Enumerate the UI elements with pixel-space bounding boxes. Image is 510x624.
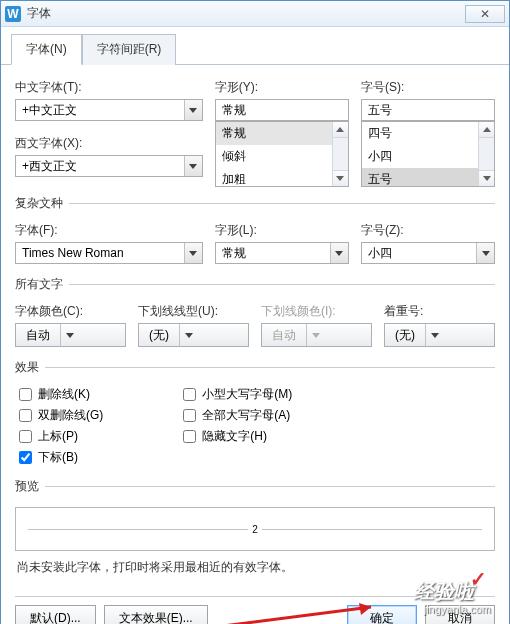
style-listbox[interactable]: 常规 倾斜 加粗 — [215, 121, 349, 187]
preview-legend: 预览 — [15, 478, 45, 495]
close-icon: ✕ — [480, 7, 490, 21]
hidden-checkbox[interactable]: 隐藏文字(H) — [183, 428, 292, 445]
list-item[interactable]: 加粗 — [216, 168, 332, 187]
scroll-up-icon[interactable] — [333, 122, 348, 138]
list-item[interactable]: 四号 — [362, 122, 478, 145]
scrollbar[interactable] — [478, 122, 494, 186]
dropdown-arrow-icon — [425, 324, 443, 346]
underline-label: 下划线线型(U): — [138, 303, 249, 320]
complex-size-combo[interactable]: 小四 — [361, 242, 495, 264]
scroll-down-icon[interactable] — [479, 170, 494, 186]
dropdown-arrow-icon — [476, 243, 494, 263]
dropdown-arrow-icon — [306, 324, 324, 346]
scrollbar[interactable] — [332, 122, 348, 186]
effects-group: 效果 删除线(K) 双删除线(G) 上标(P) 下标(B) 小型大写字母(M) … — [15, 359, 495, 470]
style-label: 字形(Y): — [215, 79, 349, 96]
preview-group: 预览 2 — [15, 478, 495, 551]
svg-marker-5 — [483, 176, 491, 181]
complex-style-combo[interactable]: 常规 — [215, 242, 349, 264]
style-input[interactable]: 常规 — [215, 99, 349, 121]
list-item[interactable]: 常规 — [216, 122, 332, 145]
list-item[interactable]: 五号 — [362, 168, 478, 187]
tab-font[interactable]: 字体(N) — [11, 34, 82, 65]
complex-legend: 复杂文种 — [15, 195, 69, 212]
dropdown-arrow-icon — [184, 243, 202, 263]
superscript-checkbox[interactable]: 上标(P) — [19, 428, 103, 445]
font-color-combo[interactable]: 自动 — [15, 323, 126, 347]
dropdown-arrow-icon — [179, 324, 197, 346]
en-font-label: 西文字体(X): — [15, 135, 203, 152]
svg-marker-7 — [335, 251, 343, 256]
size-label: 字号(S): — [361, 79, 495, 96]
scroll-down-icon[interactable] — [333, 170, 348, 186]
cancel-button[interactable]: 取消 — [425, 605, 495, 624]
tab-strip: 字体(N) 字符间距(R) — [1, 27, 509, 65]
close-button[interactable]: ✕ — [465, 5, 505, 23]
double-strike-checkbox[interactable]: 双删除线(G) — [19, 407, 103, 424]
smallcaps-checkbox[interactable]: 小型大写字母(M) — [183, 386, 292, 403]
cn-font-label: 中文字体(T): — [15, 79, 203, 96]
size-input[interactable]: 五号 — [361, 99, 495, 121]
ok-button[interactable]: 确定 — [347, 605, 417, 624]
text-effect-button[interactable]: 文本效果(E)... — [104, 605, 208, 624]
svg-marker-12 — [431, 333, 439, 338]
preview-sample: 2 — [248, 524, 262, 535]
emphasis-combo[interactable]: (无) — [384, 323, 495, 347]
svg-marker-3 — [336, 176, 344, 181]
list-item[interactable]: 小四 — [362, 145, 478, 168]
complex-font-combo[interactable]: Times New Roman — [15, 242, 203, 264]
complex-style-value: 常规 — [216, 245, 330, 262]
cn-font-value: +中文正文 — [16, 102, 184, 119]
dropdown-arrow-icon — [330, 243, 348, 263]
scroll-up-icon[interactable] — [479, 122, 494, 138]
cn-font-combo[interactable]: +中文正文 — [15, 99, 203, 121]
allcaps-checkbox[interactable]: 全部大写字母(A) — [183, 407, 292, 424]
underline-color-label: 下划线颜色(I): — [261, 303, 372, 320]
font-note: 尚未安装此字体，打印时将采用最相近的有效字体。 — [17, 559, 493, 576]
underline-color-combo: 自动 — [261, 323, 372, 347]
dropdown-arrow-icon — [184, 100, 202, 120]
subscript-checkbox[interactable]: 下标(B) — [19, 449, 103, 466]
complex-size-value: 小四 — [362, 245, 476, 262]
complex-font-label: 字体(F): — [15, 222, 203, 239]
dropdown-arrow-icon — [184, 156, 202, 176]
en-font-combo[interactable]: +西文正文 — [15, 155, 203, 177]
complex-font-value: Times New Roman — [16, 246, 184, 260]
underline-combo[interactable]: (无) — [138, 323, 249, 347]
app-icon: W — [5, 6, 21, 22]
all-text-legend: 所有文字 — [15, 276, 69, 293]
complex-scripts-group: 复杂文种 字体(F): Times New Roman 字形(L): 常规 — [15, 195, 495, 268]
svg-marker-11 — [312, 333, 320, 338]
all-text-group: 所有文字 字体颜色(C): 自动 下划线线型(U): (无) — [15, 276, 495, 351]
size-listbox[interactable]: 四号 小四 五号 — [361, 121, 495, 187]
effects-legend: 效果 — [15, 359, 45, 376]
svg-marker-6 — [189, 251, 197, 256]
en-font-value: +西文正文 — [16, 158, 184, 175]
default-button[interactable]: 默认(D)... — [15, 605, 96, 624]
window-title: 字体 — [27, 5, 465, 22]
strike-checkbox[interactable]: 删除线(K) — [19, 386, 103, 403]
dropdown-arrow-icon — [60, 324, 78, 346]
complex-size-label: 字号(Z): — [361, 222, 495, 239]
svg-marker-0 — [189, 108, 197, 113]
svg-marker-4 — [483, 127, 491, 132]
svg-marker-2 — [336, 127, 344, 132]
svg-marker-10 — [185, 333, 193, 338]
font-color-label: 字体颜色(C): — [15, 303, 126, 320]
emphasis-label: 着重号: — [384, 303, 495, 320]
svg-marker-9 — [66, 333, 74, 338]
complex-style-label: 字形(L): — [215, 222, 349, 239]
svg-marker-8 — [482, 251, 490, 256]
tab-spacing[interactable]: 字符间距(R) — [82, 34, 177, 65]
list-item[interactable]: 倾斜 — [216, 145, 332, 168]
svg-marker-1 — [189, 164, 197, 169]
preview-box: 2 — [15, 507, 495, 551]
title-bar: W 字体 ✕ — [1, 1, 509, 27]
